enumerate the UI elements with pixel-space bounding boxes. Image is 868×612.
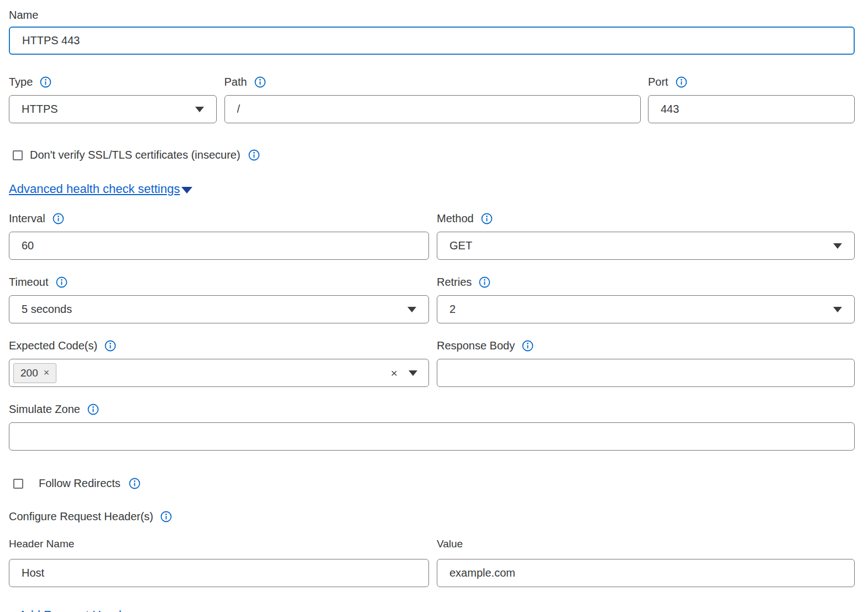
header-value-input[interactable]: [437, 559, 855, 587]
method-select-value: GET: [449, 239, 472, 252]
chevron-down-icon: [833, 307, 842, 312]
interval-input[interactable]: [9, 232, 429, 260]
interval-info-icon[interactable]: [53, 213, 64, 224]
retries-info-icon[interactable]: [479, 276, 490, 288]
timeout-select-value: 5 seconds: [22, 303, 72, 316]
type-info-icon[interactable]: [40, 76, 51, 88]
follow-redirects-info-icon[interactable]: [129, 478, 140, 489]
chevron-down-icon: [409, 370, 417, 376]
expected-code-chip: 200 ×: [13, 363, 56, 383]
timeout-label: Timeout: [9, 276, 49, 289]
expected-codes-field: Expected Code(s) 200 × ×: [9, 339, 429, 387]
interval-field: Interval: [9, 212, 429, 260]
header-value-column: Value: [437, 538, 855, 587]
retries-field: Retries 2: [437, 276, 855, 323]
follow-redirects-row: Follow Redirects: [13, 477, 855, 490]
name-input[interactable]: [9, 27, 855, 55]
method-select[interactable]: GET: [437, 232, 855, 260]
configure-headers-row: Configure Request Header(s): [9, 510, 855, 523]
ssl-verify-info-icon[interactable]: [248, 149, 260, 161]
ssl-verify-row: Don't verify SSL/TLS certificates (insec…: [13, 149, 855, 161]
multiselect-clear-icon[interactable]: ×: [391, 367, 398, 380]
add-request-header-link[interactable]: + Add Request Header: [9, 608, 132, 612]
method-label: Method: [437, 212, 474, 225]
advanced-settings-link[interactable]: Advanced health check settings: [9, 182, 180, 196]
simulate-zone-info-icon[interactable]: [87, 404, 99, 415]
retries-select[interactable]: 2: [437, 295, 855, 323]
retries-select-value: 2: [449, 303, 456, 316]
chevron-down-icon: [833, 243, 842, 249]
name-label-row: Name: [9, 9, 855, 22]
chip-remove-icon[interactable]: ×: [44, 367, 50, 379]
configure-headers-label: Configure Request Header(s): [9, 510, 153, 523]
chevron-down-icon: [195, 107, 204, 112]
retries-label: Retries: [437, 276, 472, 289]
chevron-down-icon: [407, 307, 416, 312]
header-value-column-label: Value: [437, 538, 855, 550]
response-body-input[interactable]: [437, 359, 855, 387]
port-label: Port: [648, 76, 668, 88]
follow-redirects-checkbox[interactable]: [13, 479, 23, 489]
advanced-settings-caret-icon[interactable]: [181, 187, 192, 193]
expected-codes-label: Expected Code(s): [9, 339, 97, 352]
path-field: Path: [224, 76, 641, 123]
path-info-icon[interactable]: [254, 76, 266, 88]
health-check-form: Name Type HTTPS Path Port: [9, 0, 855, 612]
ssl-verify-label: Don't verify SSL/TLS certificates (insec…: [30, 149, 240, 161]
port-info-icon[interactable]: [676, 76, 687, 88]
simulate-zone-input[interactable]: [9, 422, 855, 451]
type-select-value: HTTPS: [22, 103, 58, 116]
timeout-info-icon[interactable]: [56, 276, 67, 288]
port-input[interactable]: [648, 95, 855, 123]
method-field: Method GET: [437, 212, 855, 260]
ssl-verify-checkbox[interactable]: [13, 150, 23, 160]
header-name-column: Header Name: [9, 538, 429, 587]
path-label: Path: [224, 76, 247, 88]
expected-codes-multiselect[interactable]: 200 × ×: [9, 359, 429, 387]
response-body-label: Response Body: [437, 339, 515, 352]
expected-codes-info-icon[interactable]: [104, 340, 116, 352]
follow-redirects-label: Follow Redirects: [39, 477, 121, 490]
simulate-zone-label: Simulate Zone: [9, 403, 80, 416]
type-select[interactable]: HTTPS: [9, 95, 217, 123]
header-name-input[interactable]: [9, 559, 429, 587]
interval-label: Interval: [9, 212, 45, 225]
method-info-icon[interactable]: [481, 213, 493, 224]
response-body-field: Response Body: [437, 339, 855, 387]
path-input[interactable]: [224, 95, 641, 123]
timeout-select[interactable]: 5 seconds: [9, 295, 429, 323]
simulate-zone-field: Simulate Zone: [9, 403, 855, 451]
header-name-column-label: Header Name: [9, 538, 429, 550]
expected-code-chip-value: 200: [20, 367, 38, 379]
configure-headers-info-icon[interactable]: [160, 511, 172, 522]
type-label: Type: [9, 76, 33, 88]
timeout-field: Timeout 5 seconds: [9, 276, 429, 323]
response-body-info-icon[interactable]: [522, 340, 534, 352]
type-field: Type HTTPS: [9, 76, 217, 123]
port-field: Port: [648, 76, 855, 123]
name-label: Name: [9, 9, 38, 22]
